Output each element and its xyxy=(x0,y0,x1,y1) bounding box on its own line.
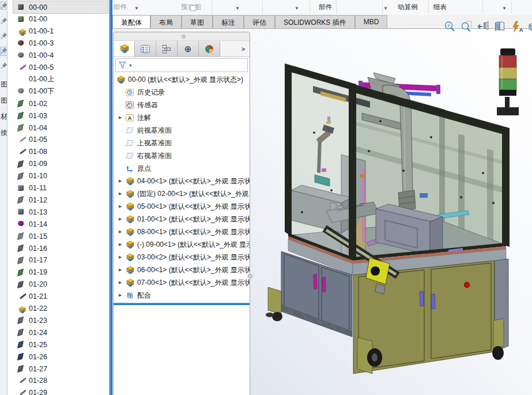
part-list-item[interactable]: 01-20 xyxy=(13,279,108,291)
tree-item[interactable]: ▶08-00<1> (默认<<默认>_外观 显示状态>) xyxy=(114,225,250,238)
part-list-item[interactable]: 01-19 xyxy=(13,266,108,279)
part-list-item[interactable]: 01-10 xyxy=(13,170,108,182)
ribbon-tab-3[interactable]: 草图 xyxy=(182,15,213,28)
expand-arrow-icon[interactable]: ▶ xyxy=(119,293,125,298)
panel-edge-grip[interactable] xyxy=(248,274,252,279)
part-list-item[interactable]: 01-00-3 xyxy=(13,37,108,50)
part-list-item[interactable]: 01-23 xyxy=(13,314,108,326)
fm-tab-appearances[interactable] xyxy=(199,41,220,57)
part-list-item[interactable]: 01-15 xyxy=(13,230,108,242)
dropdown-arrow-icon[interactable]: ▼ xyxy=(295,6,299,11)
tree-item[interactable]: ▶(固定) 02-00<1> (默认<<默认>_外观 显示状态>) xyxy=(114,187,250,200)
part-list-item[interactable]: 01-22 xyxy=(13,303,108,315)
tree-filter[interactable]: ▼ xyxy=(115,58,248,72)
filter-dropdown-icon[interactable]: ▼ xyxy=(129,63,133,67)
expand-arrow-icon[interactable]: ▶ xyxy=(119,204,125,209)
part-list-item[interactable]: 01-00下 xyxy=(13,85,108,97)
part-list-item[interactable]: 01-03 xyxy=(13,110,108,122)
dropdown-arrow-icon[interactable]: ▼ xyxy=(134,6,139,11)
ribbon-tab-4[interactable]: 标注 xyxy=(213,15,244,28)
part-list-item[interactable]: 01-05 xyxy=(13,134,108,146)
tree-item[interactable]: 传感器 xyxy=(114,99,250,111)
pushpin-icon[interactable] xyxy=(1,17,7,25)
part-list-item[interactable]: 01-12 xyxy=(13,194,108,206)
view-orientation-icon[interactable] xyxy=(526,20,532,33)
tree-item[interactable]: ▶01-00<1> (默认<<默认>_外观 显示状态>) xyxy=(114,213,250,225)
part-list-item[interactable]: 01-00-1 xyxy=(13,25,108,37)
tree-item[interactable]: ▶05-00<1> (默认<<默认>_外观 显示状态>) xyxy=(114,200,250,213)
part-list-item[interactable]: 01-28 xyxy=(13,375,108,387)
ribbon-tab-5[interactable]: 评估 xyxy=(244,15,275,28)
section-view-icon[interactable] xyxy=(493,20,507,33)
part-list-item[interactable]: 01-11 xyxy=(13,182,108,194)
part-list-item[interactable]: 01-27 xyxy=(13,363,108,375)
expand-arrow-icon[interactable]: ▶ xyxy=(119,217,125,221)
part-list-item[interactable]: 00-00 xyxy=(13,1,108,13)
expand-arrow-icon[interactable]: ▶ xyxy=(119,115,125,120)
part-list-item[interactable]: 01-02 xyxy=(13,97,108,110)
part-list-item[interactable]: 01-14 xyxy=(13,218,108,230)
tree-item[interactable]: 历史记录 xyxy=(114,86,250,99)
part-list-item[interactable]: 01-00-4 xyxy=(13,50,108,62)
ribbon-group-label[interactable]: 部件 xyxy=(319,3,332,12)
part-list-item[interactable]: 01-26 xyxy=(13,351,108,363)
tree-item[interactable]: ▶(-) 09-00<1> (默认<<默认>_外观 显示状态>) xyxy=(114,238,250,251)
expand-arrow-icon[interactable]: ▶ xyxy=(119,191,125,196)
pushpin-icon[interactable] xyxy=(1,2,7,10)
part-list-item[interactable]: 01-17 xyxy=(13,254,108,266)
expand-arrow-icon[interactable]: ▶ xyxy=(119,179,125,183)
part-list-item[interactable]: 01-00上 xyxy=(13,73,108,85)
ribbon-group-label[interactable]: 细表 xyxy=(433,3,447,12)
part-list-item[interactable]: 01-16 xyxy=(13,242,108,254)
tree-item[interactable]: 右视基准面 xyxy=(114,149,250,162)
tree-item[interactable]: ▶06-00<1> (默认<<默认>_外观 显示状态>) xyxy=(114,264,250,276)
annotation-views-icon[interactable]: A xyxy=(510,20,523,33)
part-list-item[interactable]: 01-00 xyxy=(13,13,108,25)
pushpin-icon[interactable] xyxy=(1,62,7,70)
tree-item[interactable]: 上视基准面 xyxy=(114,137,250,149)
tree-item[interactable]: ▶配合 xyxy=(114,289,250,302)
part-list-item[interactable]: 01-29 xyxy=(13,387,108,395)
expand-arrow-icon[interactable]: ▶ xyxy=(119,255,125,259)
ribbon-tab-2[interactable]: 布局 xyxy=(150,15,182,28)
dropdown-arrow-icon[interactable]: ▼ xyxy=(383,6,388,11)
part-list-item[interactable]: 01-04 xyxy=(13,122,108,134)
tree-item[interactable]: ▶A注解 xyxy=(114,111,250,124)
part-list-item[interactable]: 01-25 xyxy=(13,338,108,351)
zoom-to-area-icon[interactable] xyxy=(459,20,473,33)
ribbon-tab-6[interactable]: SOLIDWORKS 插件 xyxy=(275,15,355,28)
expand-arrow-icon[interactable]: ▶ xyxy=(119,230,125,234)
dropdown-arrow-icon[interactable]: ▼ xyxy=(235,6,240,11)
pushpin-icon[interactable] xyxy=(1,32,7,40)
expand-arrow-icon[interactable]: ▶ xyxy=(119,242,125,247)
tree-item[interactable]: ▶07-00<1> (默认<<默认>_外观 显示状态>) xyxy=(114,276,250,289)
dropdown-arrow-icon[interactable]: ▼ xyxy=(502,6,507,11)
part-list-item[interactable]: 01-21 xyxy=(13,291,108,303)
fm-tabs-overflow[interactable]: > xyxy=(237,41,250,57)
zoom-to-fit-icon[interactable] xyxy=(443,20,456,33)
part-list-item[interactable]: 01-09 xyxy=(13,158,108,170)
fm-tab-features[interactable] xyxy=(114,41,135,57)
fm-tab-display-manager[interactable] xyxy=(135,41,156,57)
fm-tab-dimxpert[interactable]: ⊕ xyxy=(178,41,199,57)
tree-item[interactable]: 前视基准面 xyxy=(114,124,250,137)
part-list-item[interactable]: 01-00-5 xyxy=(13,62,108,74)
ribbon-group-label[interactable]: 动算例 xyxy=(398,3,418,12)
ribbon-tab-7[interactable]: MBD xyxy=(355,15,388,28)
tree-item[interactable]: ▶03-00<2> (默认<<默认>_外观 显示状态>) xyxy=(114,251,250,264)
part-list-item[interactable]: 01-24 xyxy=(13,326,108,338)
part-list-item[interactable]: 01-13 xyxy=(13,206,108,218)
fm-tab-configurations[interactable] xyxy=(156,41,178,57)
expand-arrow-icon[interactable]: ▶ xyxy=(119,268,125,272)
pushpin-icon[interactable] xyxy=(1,47,7,55)
tree-item[interactable]: 原点 xyxy=(114,162,250,175)
expand-arrow-icon[interactable]: ▶ xyxy=(119,280,125,285)
tree-item[interactable]: ▶04-00<1> (默认<<默认>_外观 显示状态>) xyxy=(114,175,250,187)
ribbon-tab-1[interactable]: 装配体 xyxy=(112,15,150,28)
part-list-item[interactable]: 01-08 xyxy=(13,146,108,158)
preview-checkbox[interactable] xyxy=(190,5,196,11)
previous-view-icon[interactable] xyxy=(476,20,490,33)
tree-root-node[interactable]: 00-00 (默认<<默认>_外观 显示状态>) xyxy=(114,73,250,86)
panel-splitter-handle[interactable] xyxy=(182,35,186,39)
rollback-bar[interactable] xyxy=(114,303,250,305)
